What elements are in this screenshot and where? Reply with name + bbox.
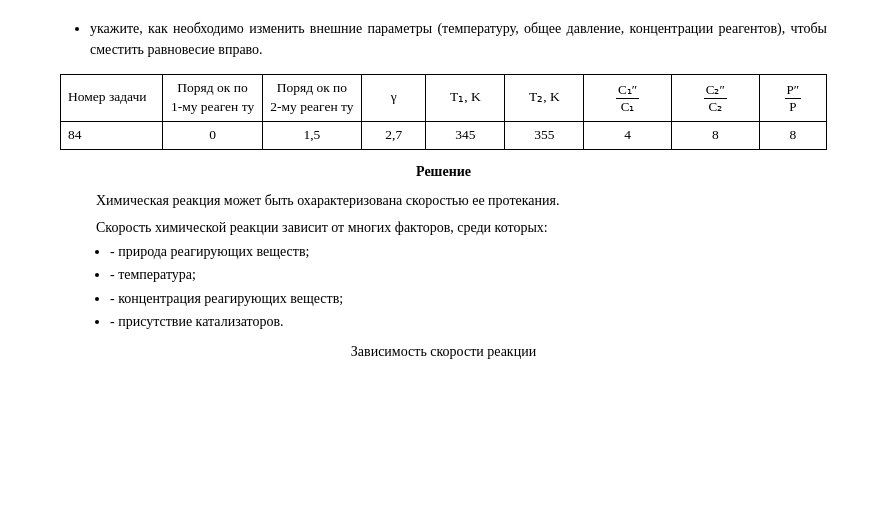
solution-paragraph2: Скорость химической реакции зависит от м… — [60, 217, 827, 239]
col-header-poryadok1: Поряд ок по 1-му реаген ту — [163, 75, 262, 122]
c1-denominator: C₁ — [619, 99, 637, 115]
table-row: 84 0 1,5 2,7 345 355 4 8 8 — [61, 121, 827, 149]
col-header-t1: T₁, K — [426, 75, 505, 122]
intro-bullet-item: укажите, как необходимо изменить внешние… — [90, 18, 827, 60]
c2-numerator: C₂″ — [704, 82, 727, 99]
solution-title: Решение — [60, 164, 827, 180]
solution-section: Решение Химическая реакция может быть ох… — [60, 164, 827, 360]
data-table: Номер задачи Поряд ок по 1-му реаген ту … — [60, 74, 827, 150]
intro-bullet-list: укажите, как необходимо изменить внешние… — [60, 18, 827, 60]
cell-poryadok1: 0 — [163, 121, 262, 149]
solution-bullet-list: - природа реагирующих веществ; - темпера… — [60, 241, 827, 334]
bullet-item-2: - концентрация реагирующих веществ; — [110, 288, 827, 310]
col-header-gamma: γ — [362, 75, 426, 122]
cell-c1: 4 — [584, 121, 672, 149]
p-fraction-header: P″ P — [785, 82, 802, 114]
cell-gamma: 2,7 — [362, 121, 426, 149]
bullet-item-1: - температура; — [110, 264, 827, 286]
bullet-item-3: - присутствие катализаторов. — [110, 311, 827, 333]
data-table-wrapper: Номер задачи Поряд ок по 1-му реаген ту … — [60, 74, 827, 150]
col-header-c1: C₁″ C₁ — [584, 75, 672, 122]
c1-fraction-header: C₁″ C₁ — [616, 82, 639, 114]
cell-c2: 8 — [672, 121, 760, 149]
p-denominator: P — [787, 99, 798, 115]
cell-p: 8 — [759, 121, 826, 149]
c2-denominator: C₂ — [707, 99, 725, 115]
cell-t2: 355 — [505, 121, 584, 149]
solution-paragraph1: Химическая реакция может быть охарактери… — [60, 190, 827, 212]
c1-numerator: C₁″ — [616, 82, 639, 99]
cell-t1: 345 — [426, 121, 505, 149]
page: укажите, как необходимо изменить внешние… — [0, 0, 887, 378]
c2-fraction-header: C₂″ C₂ — [704, 82, 727, 114]
subsection-title: Зависимость скорости реакции — [60, 344, 827, 360]
p-numerator: P″ — [785, 82, 802, 99]
col-header-poryadok2: Поряд ок по 2-му реаген ту — [262, 75, 361, 122]
col-header-nomer: Номер задачи — [61, 75, 163, 122]
cell-nomer: 84 — [61, 121, 163, 149]
bullet-item-0: - природа реагирующих веществ; — [110, 241, 827, 263]
col-header-p: P″ P — [759, 75, 826, 122]
cell-poryadok2: 1,5 — [262, 121, 361, 149]
col-header-c2: C₂″ C₂ — [672, 75, 760, 122]
col-header-t2: T₂, K — [505, 75, 584, 122]
